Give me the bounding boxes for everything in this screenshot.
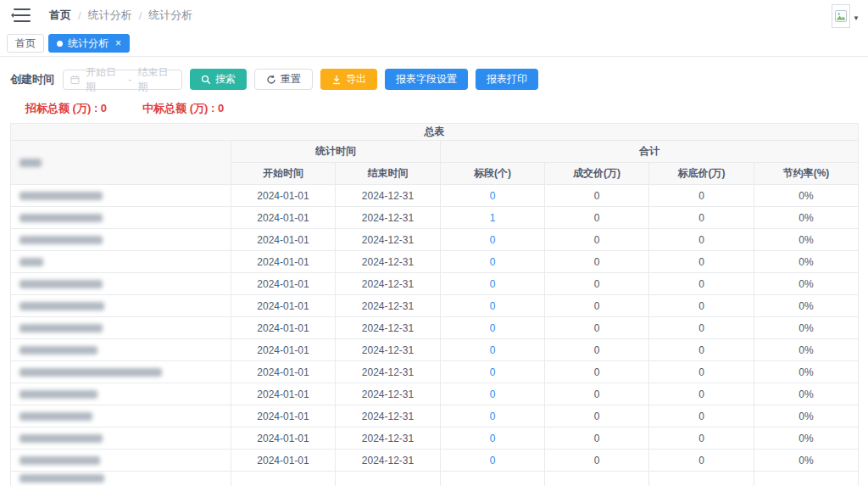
reset-button[interactable]: 重置 bbox=[254, 69, 313, 90]
sections-count-link[interactable]: 0 bbox=[490, 300, 496, 312]
base-price-cell: 0 bbox=[649, 317, 754, 339]
sections-count-link[interactable]: 0 bbox=[490, 190, 496, 202]
total-group-header: 合计 bbox=[441, 141, 859, 163]
sections-count-link[interactable]: 0 bbox=[490, 344, 496, 356]
avatar[interactable] bbox=[832, 4, 850, 28]
start-time-cell: 2024-01-01 bbox=[231, 207, 336, 229]
org-name-cell bbox=[11, 317, 231, 339]
chevron-down-icon[interactable]: ▼ bbox=[853, 14, 860, 22]
bid-total-value: 0 bbox=[101, 102, 107, 115]
tab-statistics-analysis[interactable]: 统计分析 × bbox=[48, 34, 130, 53]
base-price-cell: 0 bbox=[649, 207, 754, 229]
statistics-analysis-page: { "colors": { "primary_blue": "#2d8cf0",… bbox=[0, 0, 868, 486]
end-time-cell bbox=[336, 472, 441, 486]
start-time-cell: 2024-01-01 bbox=[231, 427, 336, 450]
deal-price-cell: 0 bbox=[545, 207, 649, 229]
sections-count-link[interactable]: 0 bbox=[490, 256, 496, 268]
redacted-org-name bbox=[19, 368, 162, 377]
deal-price-cell: 0 bbox=[545, 339, 649, 361]
col-start-time: 开始时间 bbox=[231, 163, 336, 185]
table-body: 2024-01-01 2024-12-31 0 0 0 0% 2024-01-0… bbox=[11, 185, 859, 486]
table-row: 2024-01-01 2024-12-31 0 0 0 0% bbox=[11, 273, 859, 295]
sections-count-link[interactable]: 0 bbox=[490, 366, 496, 378]
redacted-org-name bbox=[19, 412, 92, 421]
menu-fold-icon[interactable] bbox=[14, 8, 31, 22]
start-time-cell: 2024-01-01 bbox=[231, 383, 336, 405]
org-name-cell bbox=[11, 361, 231, 383]
deal-price-cell: 0 bbox=[545, 383, 649, 405]
export-button[interactable]: 导出 bbox=[320, 69, 377, 90]
breadcrumb-home[interactable]: 首页 bbox=[49, 8, 71, 23]
search-icon bbox=[201, 75, 211, 85]
win-total-value: 0 bbox=[218, 102, 224, 115]
base-price-cell: 0 bbox=[649, 383, 754, 405]
sections-count-link[interactable]: 0 bbox=[490, 278, 496, 290]
redacted-org-name bbox=[19, 258, 43, 266]
tab-home[interactable]: 首页 bbox=[7, 34, 44, 53]
saving-rate-cell: 0% bbox=[754, 383, 859, 405]
end-time-cell: 2024-12-31 bbox=[336, 361, 441, 383]
sections-count-link[interactable]: 0 bbox=[490, 411, 496, 422]
report-field-settings-button[interactable]: 报表字段设置 bbox=[385, 69, 468, 90]
table-row: 2024-01-01 2024-12-31 0 0 0 0% bbox=[11, 450, 859, 472]
base-price-cell: 0 bbox=[649, 339, 754, 361]
sections-count-link[interactable]: 0 bbox=[490, 433, 496, 444]
org-name-cell bbox=[11, 185, 231, 207]
user-menu[interactable]: ▼ bbox=[832, 3, 860, 28]
base-price-cell: 0 bbox=[649, 450, 754, 472]
start-date-placeholder: 开始日期 bbox=[86, 65, 123, 94]
sections-count-link[interactable]: 0 bbox=[490, 234, 496, 246]
close-tab-icon[interactable]: × bbox=[115, 38, 121, 48]
content: 创建时间 开始日期 - 结束日期 搜索 重置 导出 bbox=[0, 57, 868, 486]
redacted-header-text bbox=[19, 159, 42, 167]
end-time-cell: 2024-12-31 bbox=[336, 317, 441, 339]
redacted-org-name bbox=[19, 474, 104, 483]
download-icon bbox=[331, 75, 342, 85]
name-column-header bbox=[11, 141, 231, 185]
redacted-org-name bbox=[19, 456, 100, 465]
search-button[interactable]: 搜索 bbox=[190, 69, 247, 90]
saving-rate-cell: 0% bbox=[754, 295, 859, 317]
breadcrumb-current: 统计分析 bbox=[148, 8, 192, 23]
col-saving-rate: 节约率(%) bbox=[754, 163, 859, 185]
org-name-cell bbox=[11, 339, 231, 361]
col-end-time: 结束时间 bbox=[336, 163, 441, 185]
base-price-cell: 0 bbox=[649, 185, 754, 207]
saving-rate-cell: 0% bbox=[754, 450, 859, 472]
saving-rate-cell: 0% bbox=[754, 339, 859, 361]
saving-rate-cell: 0% bbox=[754, 317, 859, 339]
redacted-org-name bbox=[19, 236, 103, 244]
end-time-cell: 2024-12-31 bbox=[336, 229, 441, 251]
saving-rate-cell: 0% bbox=[754, 361, 859, 383]
sections-count-link[interactable]: 0 bbox=[490, 388, 496, 400]
start-time-cell: 2024-01-01 bbox=[231, 405, 336, 427]
table-row: 2024-01-01 2024-12-31 0 0 0 0% bbox=[11, 185, 859, 207]
sections-count-link[interactable]: 0 bbox=[490, 455, 496, 466]
tags-nav: 首页 统计分析 × bbox=[0, 31, 868, 57]
end-time-cell: 2024-12-31 bbox=[336, 295, 441, 317]
base-price-cell: 0 bbox=[649, 405, 754, 427]
sections-count-link[interactable]: 1 bbox=[490, 212, 496, 224]
tab-statistics-label: 统计分析 bbox=[68, 36, 108, 51]
win-total: 中标总额 (万) : 0 bbox=[142, 101, 224, 116]
filter-toolbar: 创建时间 开始日期 - 结束日期 搜索 重置 导出 bbox=[10, 69, 858, 90]
table-title: 总表 bbox=[11, 124, 859, 141]
calendar-icon bbox=[70, 75, 80, 85]
deal-price-cell: 0 bbox=[545, 427, 649, 450]
org-name-cell bbox=[11, 472, 231, 486]
deal-price-cell: 0 bbox=[545, 317, 649, 339]
base-price-cell: 0 bbox=[649, 251, 754, 273]
end-time-cell: 2024-12-31 bbox=[336, 383, 441, 405]
end-time-cell: 2024-12-31 bbox=[336, 251, 441, 273]
end-date-placeholder: 结束日期 bbox=[137, 65, 175, 94]
base-price-cell: 0 bbox=[649, 361, 754, 383]
date-range-input[interactable]: 开始日期 - 结束日期 bbox=[63, 70, 182, 90]
report-print-button[interactable]: 报表打印 bbox=[476, 69, 538, 90]
broken-image-icon bbox=[835, 10, 847, 22]
breadcrumb-item[interactable]: 统计分析 bbox=[88, 8, 132, 23]
sections-count-link[interactable]: 0 bbox=[490, 322, 496, 334]
start-time-cell: 2024-01-01 bbox=[231, 450, 336, 472]
table-row: 2024-01-01 2024-12-31 0 0 0 0% bbox=[11, 361, 859, 383]
org-name-cell bbox=[11, 450, 231, 472]
deal-price-cell: 0 bbox=[545, 229, 649, 251]
